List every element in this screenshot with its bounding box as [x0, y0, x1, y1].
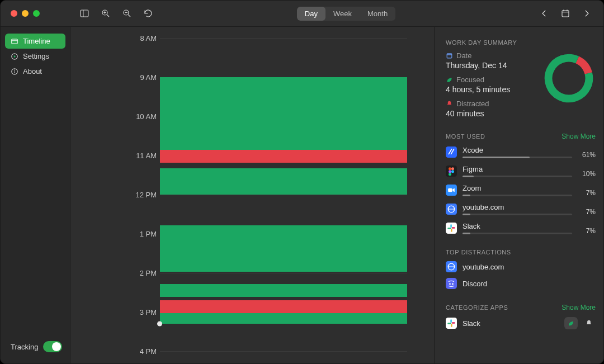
- app-name: youtube.com: [463, 203, 572, 211]
- hour-label: 3 PM: [140, 308, 157, 316]
- hour-label: 2 PM: [140, 269, 157, 277]
- most-used-show-more[interactable]: Show More: [561, 133, 596, 140]
- hour-label: 9 AM: [140, 73, 157, 82]
- svg-rect-0: [81, 10, 88, 17]
- focused-block[interactable]: [160, 168, 407, 195]
- view-month-button[interactable]: Month: [360, 7, 395, 21]
- svg-point-19: [15, 70, 15, 70]
- today-icon[interactable]: [560, 8, 571, 19]
- info-icon: [11, 68, 18, 75]
- app-window: Day Week Month Timeline: [0, 0, 604, 364]
- categorize-header: CATEGORIZE APPS Show More: [446, 304, 596, 311]
- app-icon: [446, 204, 457, 215]
- distraction-row[interactable]: Discord: [446, 278, 596, 289]
- leaf-icon: [446, 76, 453, 83]
- most-used-row[interactable]: Figma10%: [446, 165, 596, 177]
- most-used-row[interactable]: Zoom7%: [446, 184, 596, 196]
- focused-block[interactable]: [160, 313, 407, 324]
- categorize-title: CATEGORIZE APPS: [446, 304, 508, 311]
- usage-pct: 10%: [578, 170, 596, 178]
- date-value: Thursday, Dec 14: [446, 61, 532, 70]
- most-used-row[interactable]: Xcode61%: [446, 146, 596, 158]
- view-day-button[interactable]: Day: [297, 7, 325, 21]
- svg-line-3: [107, 15, 109, 17]
- minimize-window-button[interactable]: [22, 10, 29, 17]
- focused-block[interactable]: [160, 284, 407, 297]
- bell-icon: [446, 100, 453, 107]
- svg-rect-20: [447, 54, 452, 58]
- usage-pct: 7%: [578, 208, 596, 216]
- summary-donut-chart: [542, 51, 596, 105]
- titlebar: Day Week Month: [1, 1, 603, 27]
- calendar-icon: [446, 52, 453, 59]
- most-used-row[interactable]: Slack7%: [446, 222, 596, 234]
- close-window-button[interactable]: [11, 10, 17, 17]
- prev-period-icon[interactable]: [539, 8, 550, 19]
- svg-point-29: [449, 170, 451, 173]
- sidebar-item-label: Settings: [23, 52, 49, 60]
- fullscreen-window-button[interactable]: [33, 10, 40, 17]
- mark-distracted-button[interactable]: [582, 317, 596, 329]
- date-label: Date: [456, 51, 471, 60]
- focused-label-row: Focused: [446, 75, 532, 84]
- usage-bar: [463, 176, 572, 177]
- app-icon: [446, 146, 457, 158]
- sidebar-item-label: About: [23, 67, 42, 75]
- focused-block[interactable]: [160, 225, 407, 272]
- distraction-row[interactable]: youtube.com: [446, 261, 596, 272]
- current-time-indicator: [157, 322, 162, 327]
- distracted-block[interactable]: [160, 150, 407, 163]
- focused-block[interactable]: [160, 77, 407, 150]
- view-week-button[interactable]: Week: [325, 7, 360, 21]
- hour-label: 8 AM: [140, 34, 157, 42]
- hour-label: 10 AM: [136, 112, 157, 121]
- hour-label: 4 PM: [140, 347, 157, 356]
- svg-point-23: [542, 51, 596, 105]
- most-used-title: MOST USED: [446, 133, 485, 140]
- svg-rect-47: [450, 319, 452, 323]
- focused-value: 4 hours, 5 minutes: [446, 85, 532, 94]
- categorize-show-more[interactable]: Show More: [561, 304, 596, 311]
- svg-rect-46: [446, 318, 457, 329]
- toolbar-left: [70, 8, 154, 19]
- sidebar-item-about[interactable]: About: [5, 64, 65, 79]
- tracking-toggle[interactable]: [43, 341, 62, 352]
- most-used-header: MOST USED Show More: [446, 133, 596, 140]
- usage-pct: 7%: [578, 227, 596, 235]
- view-switcher: Day Week Month: [154, 7, 539, 21]
- svg-rect-26: [446, 166, 457, 177]
- tracking-label: Tracking: [11, 343, 38, 351]
- mark-focused-button[interactable]: [564, 317, 578, 329]
- timeline-area[interactable]: 8 AM9 AM10 AM11 AM12 PM1 PM2 PM3 PM4 PM: [70, 27, 435, 363]
- svg-point-31: [449, 173, 451, 176]
- app-icon: [446, 318, 457, 329]
- svg-point-30: [451, 170, 454, 173]
- hour-label: 12 PM: [135, 191, 157, 199]
- zoom-in-icon[interactable]: [100, 8, 111, 19]
- svg-point-27: [449, 167, 451, 170]
- app-name: Zoom: [463, 184, 572, 192]
- toggle-sidebar-icon[interactable]: [79, 8, 90, 19]
- svg-point-28: [451, 167, 454, 170]
- next-period-icon[interactable]: [581, 8, 592, 19]
- sidebar: Timeline Settings About Tracking: [1, 27, 70, 363]
- svg-rect-50: [452, 322, 455, 324]
- zoom-out-icon[interactable]: [121, 8, 133, 19]
- app-name: youtube.com: [463, 263, 504, 271]
- sidebar-item-settings[interactable]: Settings: [5, 49, 65, 64]
- hour-label: 1 PM: [140, 230, 157, 238]
- svg-rect-48: [447, 323, 451, 324]
- svg-point-45: [452, 283, 454, 285]
- refresh-icon[interactable]: [143, 8, 154, 19]
- svg-rect-33: [448, 188, 452, 192]
- app-icon: [446, 185, 457, 196]
- usage-bar: [463, 157, 572, 158]
- most-used-row[interactable]: youtube.com7%: [446, 203, 596, 215]
- sidebar-item-timeline[interactable]: Timeline: [5, 34, 65, 49]
- svg-rect-38: [447, 228, 451, 229]
- summary-header: WORK DAY SUMMARY: [446, 39, 596, 46]
- hour-gridline: [160, 351, 407, 352]
- distracted-block[interactable]: [160, 300, 407, 313]
- focused-label: Focused: [456, 75, 484, 84]
- app-icon: [446, 278, 457, 289]
